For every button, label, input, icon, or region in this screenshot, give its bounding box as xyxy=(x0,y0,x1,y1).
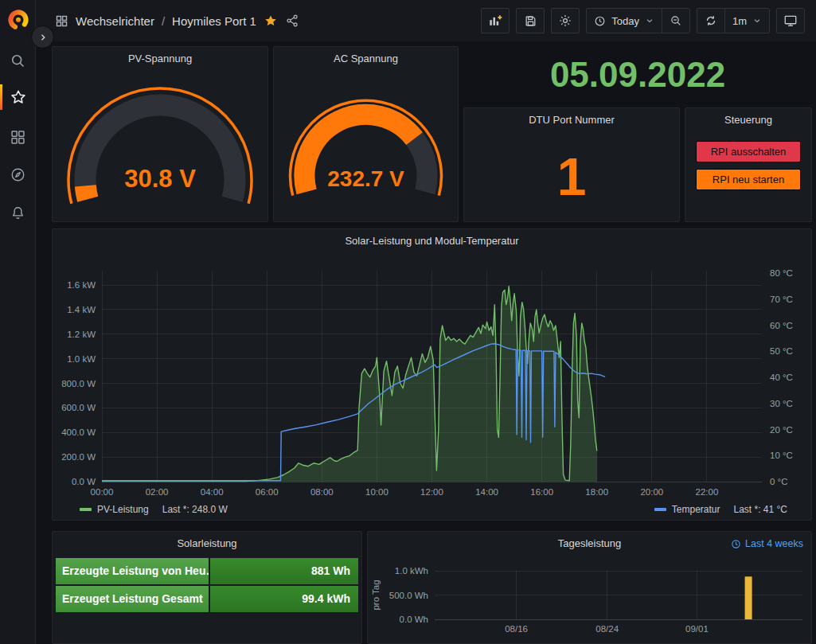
table-row: Erzeuget Leistung Gesamt 99.4 kWh xyxy=(56,586,358,612)
panel-title: AC Spannung xyxy=(274,53,458,64)
svg-text:0.0 Wh: 0.0 Wh xyxy=(400,615,428,624)
pv-voltage-gauge xyxy=(53,72,267,217)
zoom-out-button[interactable] xyxy=(662,9,689,33)
panel-solarleistung-table: Solarleistung Erzeugte Leistung von Heu…… xyxy=(52,531,362,644)
sidebar xyxy=(0,0,36,644)
dashboard-settings-button[interactable] xyxy=(551,8,580,33)
svg-text:14:00: 14:00 xyxy=(475,487,498,497)
sidebar-item-dashboards[interactable] xyxy=(0,123,36,151)
svg-text:60 °C: 60 °C xyxy=(770,321,793,330)
legend-last-value: Last *: 248.0 W xyxy=(162,504,228,515)
refresh-interval-label: 1m xyxy=(732,15,747,27)
dtu-port-number-value: 1 xyxy=(464,135,679,218)
svg-text:400.0 W: 400.0 W xyxy=(61,427,96,437)
chevron-right-icon xyxy=(38,33,48,42)
svg-text:1.0 kW: 1.0 kW xyxy=(67,354,96,364)
svg-text:00:00: 00:00 xyxy=(91,487,114,497)
table-row: Erzeugte Leistung von Heu… 881 Wh xyxy=(56,558,358,584)
ac-voltage-value: 232.7 V xyxy=(274,166,458,192)
time-range-label: Today xyxy=(611,15,639,27)
table-cell-value: 881 Wh xyxy=(210,558,358,584)
dashboard-grid-icon[interactable] xyxy=(55,14,68,28)
panel-tagesleistung: Tagesleistung Last 4 weeks 0.0 Wh500.0 W… xyxy=(367,531,812,644)
table-cell-label: Erzeugte Leistung von Heu… xyxy=(56,558,209,584)
sidebar-item-explore[interactable] xyxy=(0,160,36,189)
refresh-group: 1m xyxy=(697,8,770,33)
panel-ac-spannung: AC Spannung 232.7 V xyxy=(273,46,459,222)
save-dashboard-button[interactable] xyxy=(516,8,545,33)
ac-voltage-gauge xyxy=(274,72,458,217)
zoom-out-icon xyxy=(670,14,682,27)
legend-item-pv[interactable]: PV-Leistung Last *: 248.0 W xyxy=(80,504,228,515)
time-picker-group: Today xyxy=(586,8,690,33)
panel-dtu-port: DTU Port Nummer 1 xyxy=(463,107,680,222)
panel-pv-spannung: PV-Spannung 30.8 V xyxy=(52,46,268,222)
share-button[interactable] xyxy=(285,14,299,28)
svg-text:40 °C: 40 °C xyxy=(770,373,793,382)
control-buttons: RPI ausschalten RPI neu starten xyxy=(696,141,801,190)
svg-text:08/24: 08/24 xyxy=(595,624,619,634)
time-series-plot[interactable]: 0.0 W200.0 W400.0 W600.0 W800.0 W1.0 kW1… xyxy=(53,229,811,520)
y-axis-title: pro Tag xyxy=(371,580,381,610)
axis-labels: 0.0 Wh500.0 Wh1.0 kWh08/1608/2409/01pro … xyxy=(371,566,709,634)
sidebar-item-alerting[interactable] xyxy=(0,198,36,227)
alerting-bell-icon xyxy=(10,205,26,221)
svg-text:800.0 W: 800.0 W xyxy=(61,379,96,388)
svg-text:70 °C: 70 °C xyxy=(770,295,793,304)
svg-text:10 °C: 10 °C xyxy=(770,451,793,460)
legend-last-value: Last *: 41 °C xyxy=(734,504,788,515)
chevron-down-icon xyxy=(645,16,654,25)
explore-compass-icon xyxy=(10,166,26,183)
panel-steuerung: Steuerung RPI ausschalten RPI neu starte… xyxy=(685,107,812,222)
legend-item-temp[interactable]: Temperatur Last *: 41 °C xyxy=(654,504,787,515)
current-date-display: 05.09.2022 xyxy=(463,46,812,103)
breadcrumb-separator: / xyxy=(162,14,165,28)
clock-icon xyxy=(594,15,606,27)
legend-series-name: Temperatur xyxy=(672,504,720,515)
table-cell-label: Erzeuget Leistung Gesamt xyxy=(56,586,209,612)
svg-text:08:00: 08:00 xyxy=(310,487,334,497)
refresh-button[interactable] xyxy=(697,9,724,33)
star-icon xyxy=(10,88,27,106)
kiosk-mode-button[interactable] xyxy=(776,8,805,33)
svg-text:09/01: 09/01 xyxy=(685,624,709,634)
sidebar-item-search[interactable] xyxy=(0,46,36,75)
grafana-dashboard: Wechselrichter / Hoymiles Port 1 xyxy=(0,0,816,644)
time-range-picker[interactable]: Today xyxy=(587,9,662,33)
legend-color-swatch xyxy=(80,508,92,511)
table-cell-value: 99.4 kWh xyxy=(210,586,358,612)
svg-text:30 °C: 30 °C xyxy=(770,399,793,408)
svg-text:1.6 kW: 1.6 kW xyxy=(67,280,96,290)
refresh-icon xyxy=(705,14,717,27)
svg-text:18:00: 18:00 xyxy=(585,487,608,497)
svg-text:1.4 kW: 1.4 kW xyxy=(67,305,96,314)
svg-text:0 °C: 0 °C xyxy=(770,477,788,486)
search-icon xyxy=(10,53,26,69)
svg-text:12:00: 12:00 xyxy=(420,487,443,497)
svg-text:20:00: 20:00 xyxy=(640,487,663,497)
sidebar-expand-button[interactable] xyxy=(31,25,54,49)
breadcrumb-folder[interactable]: Wechselrichter xyxy=(76,14,154,28)
tv-monitor-icon xyxy=(783,14,798,28)
svg-text:10:00: 10:00 xyxy=(365,487,388,497)
bar-plot[interactable]: 0.0 Wh500.0 Wh1.0 kWh08/1608/2409/01pro … xyxy=(368,532,811,643)
toolbar: Today xyxy=(481,8,805,33)
svg-text:02:00: 02:00 xyxy=(146,487,169,497)
chart-legend: PV-Leistung Last *: 248.0 W Temperatur L… xyxy=(80,504,787,515)
daily-production-bar[interactable] xyxy=(745,576,752,619)
pv-voltage-value: 30.8 V xyxy=(53,165,267,193)
grafana-logo-icon xyxy=(7,9,29,31)
sidebar-item-starred[interactable] xyxy=(0,83,36,111)
svg-text:08/16: 08/16 xyxy=(505,624,528,634)
svg-text:0.0 W: 0.0 W xyxy=(72,477,96,486)
favorite-star-button[interactable] xyxy=(264,14,278,28)
save-icon xyxy=(524,14,537,28)
svg-text:04:00: 04:00 xyxy=(201,487,224,497)
refresh-interval-picker[interactable]: 1m xyxy=(724,9,769,33)
svg-text:600.0 W: 600.0 W xyxy=(61,403,96,412)
topbar: Wechselrichter / Hoymiles Port 1 xyxy=(36,0,816,41)
svg-text:80 °C: 80 °C xyxy=(770,268,793,278)
add-panel-button[interactable] xyxy=(481,8,510,33)
rpi-shutdown-button[interactable]: RPI ausschalten xyxy=(696,141,801,162)
rpi-restart-button[interactable]: RPI neu starten xyxy=(696,169,801,190)
